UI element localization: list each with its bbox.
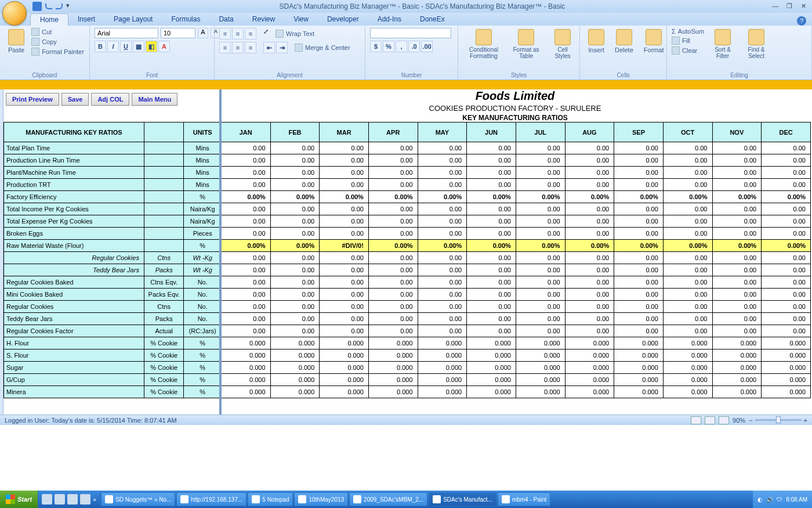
print-preview-button[interactable]: Print Preview: [6, 93, 59, 106]
font-size-combo[interactable]: 10: [161, 28, 195, 38]
save-button[interactable]: Save: [61, 93, 89, 106]
data-table[interactable]: MANUFACTURING KEY RATIOSUNITSJANFEBMARAP…: [3, 122, 811, 398]
autosum-button[interactable]: ΣAutoSum: [672, 28, 704, 35]
ribbon-tab-data[interactable]: Data: [209, 13, 242, 26]
ribbon-tab-home[interactable]: Home: [30, 13, 68, 26]
table-row[interactable]: Production Line Run TimeMins0.000.000.00…: [4, 154, 811, 167]
align-top-button[interactable]: ≡: [219, 28, 231, 39]
taskbar-item[interactable]: SD Nuggets™ » No...: [101, 492, 175, 506]
clear-button[interactable]: Clear: [672, 46, 704, 55]
font-color-button[interactable]: A: [158, 41, 170, 52]
ribbon-tab-view[interactable]: View: [284, 13, 318, 26]
percent-button[interactable]: %: [383, 41, 394, 52]
table-row[interactable]: Plant/Machine Run TimeMins0.000.000.000.…: [4, 167, 811, 179]
ql-icon[interactable]: [42, 494, 52, 505]
table-row[interactable]: H. Flour% Cookie%0.0000.0000.0000.0000.0…: [4, 337, 811, 350]
ribbon-tab-doneex[interactable]: DoneEx: [411, 13, 454, 26]
table-row[interactable]: Factory Efficiency%0.00%0.00%0.00%0.00%0…: [4, 191, 811, 203]
ql-icon[interactable]: [67, 494, 78, 505]
format-painter-button[interactable]: Format Painter: [31, 48, 84, 56]
maximize-button[interactable]: ❐: [783, 2, 796, 10]
table-row[interactable]: Teddy Bear JarsPacksNo.0.000.000.000.000…: [4, 313, 811, 325]
start-button[interactable]: Start: [0, 491, 38, 508]
close-button[interactable]: ✕: [797, 2, 810, 10]
paste-button[interactable]: Paste: [5, 28, 28, 55]
ql-overflow-icon[interactable]: »: [93, 496, 96, 503]
currency-button[interactable]: $: [370, 41, 382, 52]
ql-icon[interactable]: [55, 494, 65, 505]
table-row[interactable]: Regular Cookies FactorActual(RC:Jars)0.0…: [4, 325, 811, 337]
freeze-pane-splitter[interactable]: [219, 89, 222, 415]
number-format-combo[interactable]: [370, 28, 451, 38]
main-menu-button[interactable]: Main Menu: [132, 93, 177, 106]
ribbon-tab-developer[interactable]: Developer: [318, 13, 368, 26]
decrease-decimal-button[interactable]: .00: [421, 41, 433, 52]
taskbar-item[interactable]: http://192.168.137...: [176, 492, 246, 506]
table-row[interactable]: Broken EggsPieces0.000.000.000.000.000.0…: [4, 228, 811, 240]
taskbar-item[interactable]: 10thMay2013: [294, 492, 348, 506]
comma-button[interactable]: ,: [396, 41, 407, 52]
ql-icon[interactable]: [80, 494, 90, 505]
sort-filter-button[interactable]: Sort & Filter: [708, 28, 738, 60]
cut-button[interactable]: Cut: [31, 28, 84, 36]
italic-button[interactable]: I: [107, 41, 119, 52]
increase-decimal-button[interactable]: .0: [408, 41, 420, 52]
zoom-slider[interactable]: − +: [749, 417, 807, 424]
table-row[interactable]: Regular CookiesCtnsWt -Kg0.000.000.000.0…: [4, 252, 811, 264]
tray-icon[interactable]: ◐: [757, 496, 763, 503]
taskbar-item[interactable]: 5 Notepad: [248, 492, 293, 506]
merge-center-button[interactable]: Merge & Center: [295, 42, 350, 53]
format-button[interactable]: Format: [640, 28, 668, 55]
insert-button[interactable]: Insert: [585, 28, 608, 55]
table-row[interactable]: Production TRTMins0.000.000.000.000.000.…: [4, 179, 811, 191]
underline-button[interactable]: U: [120, 41, 132, 52]
grow-font-button[interactable]: A: [198, 28, 208, 38]
taskbar-item[interactable]: 2009_SDAc'sMBM_2...: [349, 492, 427, 506]
adj-col-button[interactable]: Adj COL: [91, 93, 129, 106]
decrease-indent-button[interactable]: ⇤: [263, 42, 275, 53]
align-middle-button[interactable]: ≡: [232, 28, 244, 39]
table-row[interactable]: Sugar% Cookie%0.0000.0000.0000.0000.0000…: [4, 362, 811, 374]
help-icon[interactable]: ?: [797, 16, 806, 26]
zoom-in-icon[interactable]: +: [804, 417, 807, 424]
font-name-combo[interactable]: Arial: [95, 28, 158, 38]
table-row[interactable]: Teddy Bear JarsPacksWt -Kg0.000.000.000.…: [4, 264, 811, 276]
align-right-button[interactable]: ≡: [245, 42, 256, 53]
align-left-button[interactable]: ≡: [219, 42, 231, 53]
ribbon-tab-insert[interactable]: Insert: [68, 13, 104, 26]
taskbar-item[interactable]: SDAc's Manufact...: [429, 492, 496, 506]
table-row[interactable]: Total Plan TimeMins0.000.000.000.000.000…: [4, 142, 811, 154]
qat-dropdown-icon[interactable]: ▾: [66, 2, 75, 11]
conditional-formatting-button[interactable]: Conditional Formatting: [463, 28, 505, 60]
undo-icon[interactable]: [45, 3, 52, 9]
format-as-table-button[interactable]: Format as Table: [508, 28, 544, 60]
cell-styles-button[interactable]: Cell Styles: [548, 28, 578, 60]
table-row[interactable]: Mini Cookies BakedPacks Eqv.No.0.000.000…: [4, 289, 811, 301]
bold-button[interactable]: B: [95, 41, 106, 52]
minimize-button[interactable]: —: [769, 2, 782, 10]
find-select-button[interactable]: Find & Select: [741, 28, 771, 60]
table-row[interactable]: Total Expense Per Kg CookiesNaira/Kg0.00…: [4, 215, 811, 228]
table-row[interactable]: Total Income Per Kg CookiesNaira/Kg0.000…: [4, 203, 811, 215]
increase-indent-button[interactable]: ⇥: [276, 42, 288, 53]
clock[interactable]: 8:08 AM: [786, 496, 807, 503]
ribbon-tab-add-ins[interactable]: Add-Ins: [368, 13, 411, 26]
save-icon[interactable]: [32, 2, 42, 11]
ribbon-tab-page-layout[interactable]: Page Layout: [104, 13, 162, 26]
system-tray[interactable]: ◐ 🔊 🛡 8:08 AM: [753, 491, 812, 508]
ribbon-tab-review[interactable]: Review: [243, 13, 284, 26]
border-button[interactable]: ▦: [133, 41, 144, 52]
table-row[interactable]: G/Cup% Cookie%0.0000.0000.0000.0000.0000…: [4, 374, 811, 386]
redo-icon[interactable]: [56, 3, 63, 9]
copy-button[interactable]: Copy: [31, 38, 84, 46]
normal-view-button[interactable]: [691, 416, 701, 424]
table-row[interactable]: Regular CookiesCtnsNo.0.000.000.000.000.…: [4, 301, 811, 313]
office-button[interactable]: [2, 1, 27, 26]
fill-button[interactable]: Fill: [672, 37, 704, 45]
orientation-button[interactable]: ⤢: [263, 28, 269, 39]
table-row[interactable]: S. Flour% Cookie%0.0000.0000.0000.0000.0…: [4, 350, 811, 362]
table-row[interactable]: Minera% Cookie%0.0000.0000.0000.0000.000…: [4, 386, 811, 398]
worksheet-area[interactable]: Print Preview Save Adj COL Main Menu Foo…: [0, 89, 812, 415]
taskbar-item[interactable]: mbm4 - Paint: [498, 492, 550, 506]
wrap-text-button[interactable]: Wrap Text: [276, 28, 314, 39]
